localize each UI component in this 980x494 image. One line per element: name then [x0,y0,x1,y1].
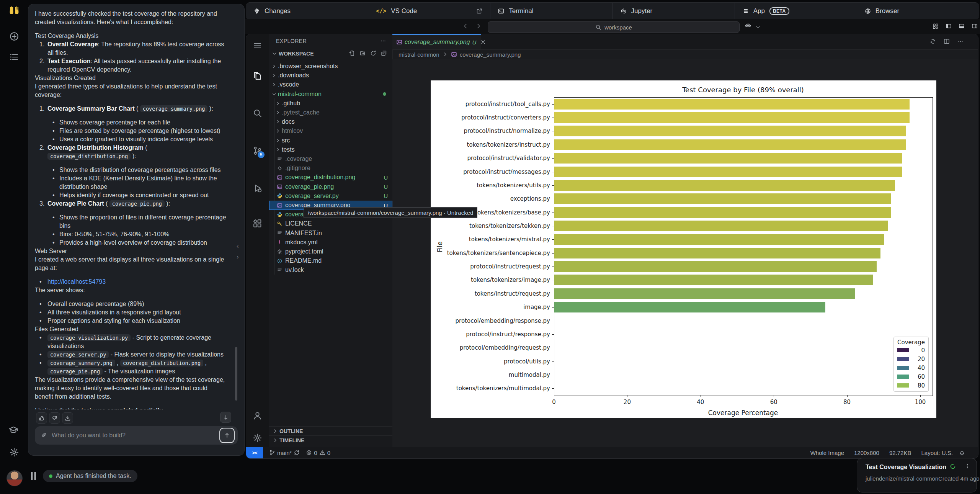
paperclip-icon[interactable] [41,432,47,438]
account-icon[interactable] [253,411,262,420]
image-file-icon [396,39,402,45]
search-icon[interactable] [253,108,262,118]
legend-entry: 60 [894,372,928,381]
scroll-to-bottom-button[interactable] [220,412,231,423]
graduation-cap-icon[interactable] [8,425,18,435]
tree-item-.github[interactable]: .github [269,99,392,108]
progress-restart-icon[interactable] [950,463,956,469]
open-changes-icon[interactable] [930,38,936,44]
tree-item-pyproject.toml[interactable]: pyproject.toml [269,247,392,256]
chevron-right-icon [272,437,278,443]
split-editor-icon[interactable] [944,38,950,44]
panel-left-icon[interactable] [946,23,952,29]
files-icon[interactable] [253,71,262,80]
tree-item-MANIFEST.in[interactable]: MANIFEST.in [269,229,392,238]
top-tab-app[interactable]: AppBETA [735,3,857,20]
agent-status-pill: Agent has finished the task. [43,470,137,482]
tab-coverage-summary[interactable]: coverage_summary.png U [392,34,481,49]
workspace-search-input[interactable]: workspace [488,21,740,33]
external-link-icon[interactable] [476,8,482,14]
task-list-icon[interactable] [9,52,19,62]
tree-item-htmlcov[interactable]: htmlcov [269,126,392,136]
timeline-section[interactable]: TIMELINE [269,435,392,445]
top-tab-browser[interactable]: Browser [857,3,979,20]
top-tab-terminal[interactable]: Terminal [490,3,612,20]
tree-item-tests[interactable]: tests [269,145,392,154]
extensions-icon[interactable] [253,219,262,228]
tree-item-.downloads[interactable]: .downloads [269,71,392,80]
chat-list-item: 1.Overall Coverage: The repository has 8… [35,40,226,57]
top-tab-jupyter[interactable]: Jupyter [612,3,735,20]
forward-icon[interactable] [475,23,482,29]
tree-item-coverage_server.py[interactable]: coverage_server.pyU [269,191,392,201]
tree-item-docs[interactable]: docs [269,117,392,126]
status-item[interactable]: Layout: U.S. [921,450,953,456]
top-tab-vs-code[interactable]: </>VS Code [368,3,490,20]
breadcrumb[interactable]: mistral-common coverage_summary.png [392,49,978,59]
tree-item-coverage_distribution.png[interactable]: coverage_distribution.pngU [269,173,392,182]
warning-icon [319,450,325,456]
legend-entry: 80 [894,381,928,390]
panel-right-icon[interactable] [972,23,978,29]
chevron-right-icon [271,73,277,78]
thumbs-down-button[interactable] [49,412,60,424]
thumbs-up-button[interactable] [36,412,47,424]
expand-chat-icon[interactable]: › [237,254,239,260]
outline-section[interactable]: OUTLINE [269,426,392,436]
raised-hands-icon[interactable] [9,6,19,16]
tree-item-label: coverage_pie.png [285,183,334,190]
tree-item-README.md[interactable]: README.md [269,256,392,265]
tree-item-LICENCE[interactable]: LICENCE [269,219,392,228]
chevron-right-icon [275,147,281,152]
editor-more-icon[interactable] [957,38,964,44]
pause-icon[interactable] [31,472,33,480]
tree-item-mkdocs.yml[interactable]: mkdocs.yml [269,238,392,247]
chevron-right-icon [275,110,281,115]
chat-scrollbar[interactable] [235,347,237,401]
debug-icon[interactable] [253,183,262,193]
tree-item-src[interactable]: src [269,136,392,145]
bell-icon[interactable] [959,450,965,456]
tree-item-.pytest_cache[interactable]: .pytest_cache [269,108,392,117]
status-item[interactable]: Whole Image [810,450,844,456]
close-icon[interactable] [480,39,486,45]
chevron-down-icon[interactable] [755,24,761,30]
back-icon[interactable] [462,23,469,29]
untracked-badge: U [384,174,388,181]
y-tick-label: multimodal.py [431,371,550,378]
tree-item-.coverage[interactable]: .coverage [269,154,392,164]
settings-gear-icon[interactable] [253,433,262,443]
tree-item-.browser_screenshots[interactable]: .browser_screenshots [269,62,392,71]
tree-item-.gitignore[interactable]: .gitignore [269,164,392,173]
git-branch-item[interactable]: main* [269,450,300,456]
tree-item-coverage_pie.png[interactable]: coverage_pie.pngU [269,182,392,191]
layout-grid-icon[interactable] [933,23,939,29]
y-tick-label: protocol/instruct/converters.py [431,114,550,121]
tree-item-mistral-common[interactable]: mistral-common [269,90,392,99]
download-response-button[interactable] [62,412,73,424]
tree-item-uv.lock[interactable]: uv.lock [269,265,392,275]
x-tick-label: 100 [911,399,930,406]
top-tab-changes[interactable]: Changes [246,3,368,20]
status-item[interactable]: 92.72KB [889,450,911,456]
status-item[interactable]: 1200x800 [854,450,879,456]
hamburger-icon[interactable] [253,41,262,51]
y-tick-label: tokens/tokenizers/image.py [431,276,550,283]
kebab-menu-icon[interactable] [964,463,970,469]
user-avatar[interactable] [7,470,23,486]
settings-gear-icon[interactable] [9,447,19,457]
breadcrumb-file: coverage_summary.png [460,51,521,58]
assistant-robot-icon[interactable] [745,22,751,28]
top-tab-label: App [753,7,765,15]
plus-circle-icon[interactable] [9,31,19,41]
localhost-link[interactable]: http://localhost:54793 [47,278,106,285]
send-button[interactable] [219,428,235,443]
chat-input[interactable] [51,432,219,439]
tree-item-.vscode[interactable]: .vscode [269,80,392,89]
pause-icon[interactable] [34,472,36,480]
panel-bottom-icon[interactable] [959,23,965,29]
task-notification-card[interactable]: Test Coverage Visualization juliendenize… [857,458,977,492]
remote-indicator[interactable]: >< [246,447,263,458]
problems-item[interactable]: 0 0 [306,450,330,456]
collapse-chat-icon[interactable]: ‹ [237,243,239,249]
